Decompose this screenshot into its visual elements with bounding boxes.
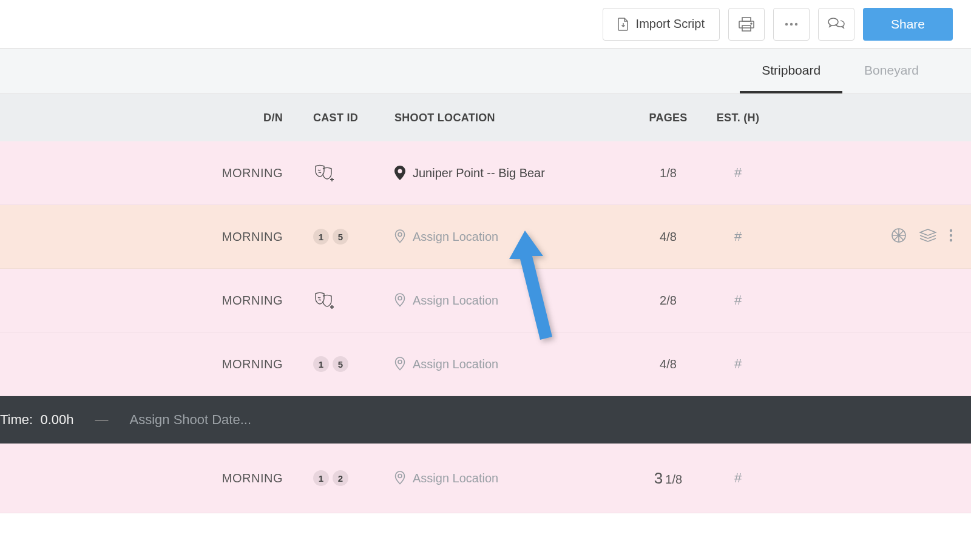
- svg-point-11: [950, 239, 952, 241]
- masks-add-icon: [313, 291, 335, 309]
- col-est: EST. (H): [708, 112, 768, 124]
- strip-row[interactable]: MORNING 1 5 Assign Location 4/8 #: [0, 332, 971, 396]
- share-label: Share: [891, 17, 925, 32]
- svg-point-9: [950, 229, 952, 232]
- svg-point-7: [398, 233, 402, 237]
- est-value[interactable]: #: [708, 470, 768, 486]
- location-text: Assign Location: [413, 357, 498, 371]
- pages-value: 31/8: [629, 469, 708, 488]
- tab-stripboard[interactable]: Stripboard: [740, 49, 842, 93]
- dn-value: MORNING: [0, 166, 313, 180]
- cast-add[interactable]: [313, 291, 386, 309]
- col-cast: CAST ID: [313, 112, 386, 124]
- printer-icon: [739, 17, 754, 32]
- assign-location-button[interactable]: Assign Location: [394, 293, 629, 308]
- day-time-label: Time: 0.00h: [0, 412, 73, 428]
- location-text: Assign Location: [413, 230, 498, 244]
- pages-value: 2/8: [629, 294, 708, 308]
- location-pin-filled-icon: [394, 166, 405, 180]
- svg-point-3: [751, 23, 752, 24]
- strip-row[interactable]: MORNING Juniper Point -- Big Bear 1/8 #: [0, 141, 971, 205]
- location-text: Assign Location: [413, 471, 498, 485]
- strip-row[interactable]: MORNING 1 5 Assign Location 4/8 #: [0, 205, 971, 269]
- import-script-button[interactable]: Import Script: [603, 8, 720, 41]
- kebab-menu-icon[interactable]: [949, 229, 953, 245]
- svg-point-12: [398, 297, 402, 300]
- location-pin-outline-icon: [394, 357, 405, 371]
- est-value[interactable]: #: [708, 229, 768, 245]
- share-button[interactable]: Share: [863, 8, 953, 41]
- location-text: Juniper Point -- Big Bear: [413, 166, 545, 180]
- layers-icon[interactable]: [919, 229, 937, 245]
- cast-add[interactable]: [313, 164, 386, 182]
- shoot-location[interactable]: Juniper Point -- Big Bear: [394, 166, 629, 180]
- cast-id-badge[interactable]: 1: [313, 229, 329, 245]
- est-value[interactable]: #: [708, 292, 768, 308]
- svg-point-6: [795, 22, 797, 25]
- assign-location-button[interactable]: Assign Location: [394, 229, 629, 244]
- svg-point-13: [398, 360, 402, 364]
- assign-shoot-date-button[interactable]: Assign Shoot Date...: [129, 412, 251, 428]
- location-pin-outline-icon: [394, 229, 405, 244]
- pages-value: 1/8: [629, 166, 708, 180]
- day-break-bar[interactable]: Time: 0.00h — Assign Shoot Date...: [0, 396, 971, 444]
- pages-value: 4/8: [629, 230, 708, 244]
- location-pin-outline-icon: [394, 471, 405, 485]
- svg-point-5: [790, 22, 793, 25]
- file-import-icon: [618, 18, 629, 31]
- print-button[interactable]: [728, 8, 765, 41]
- dn-value: MORNING: [0, 230, 313, 244]
- column-header-row: D/N CAST ID SHOOT LOCATION PAGES EST. (H…: [0, 94, 971, 141]
- comments-button[interactable]: [818, 8, 854, 41]
- svg-rect-0: [742, 18, 751, 21]
- location-text: Assign Location: [413, 294, 498, 308]
- col-pages: PAGES: [629, 112, 708, 124]
- tab-boneyard[interactable]: Boneyard: [842, 49, 941, 93]
- cast-id-badge[interactable]: 1: [313, 470, 329, 486]
- svg-point-14: [398, 474, 402, 478]
- ellipsis-icon: [785, 22, 798, 26]
- import-script-label: Import Script: [636, 17, 705, 31]
- col-loc: SHOOT LOCATION: [386, 112, 629, 124]
- dn-value: MORNING: [0, 471, 313, 485]
- location-pin-outline-icon: [394, 293, 405, 308]
- cast-id-badge[interactable]: 1: [313, 356, 329, 372]
- svg-point-10: [950, 234, 952, 237]
- est-value[interactable]: #: [708, 356, 768, 372]
- strip-row[interactable]: MORNING 1 2 Assign Location 31/8 #: [0, 444, 971, 513]
- more-options-button[interactable]: [773, 8, 810, 41]
- masks-add-icon: [313, 164, 335, 182]
- top-toolbar: Import Script Share: [0, 0, 971, 49]
- separator: —: [95, 412, 108, 428]
- col-dn: D/N: [0, 112, 313, 124]
- pages-value: 4/8: [629, 357, 708, 371]
- chat-bubbles-icon: [828, 17, 845, 32]
- est-value[interactable]: #: [708, 165, 768, 181]
- assign-location-button[interactable]: Assign Location: [394, 357, 629, 371]
- cast-id-badge[interactable]: 5: [333, 229, 348, 245]
- cast-id-badge[interactable]: 2: [333, 470, 348, 486]
- svg-point-4: [785, 22, 788, 25]
- dn-value: MORNING: [0, 357, 313, 371]
- camera-setup-icon[interactable]: [891, 228, 907, 246]
- assign-location-button[interactable]: Assign Location: [394, 471, 629, 485]
- dn-value: MORNING: [0, 294, 313, 308]
- strip-row[interactable]: MORNING Assign Location 2/8 #: [0, 269, 971, 332]
- cast-id-badge[interactable]: 5: [333, 356, 348, 372]
- view-tabs: Stripboard Boneyard: [0, 49, 971, 94]
